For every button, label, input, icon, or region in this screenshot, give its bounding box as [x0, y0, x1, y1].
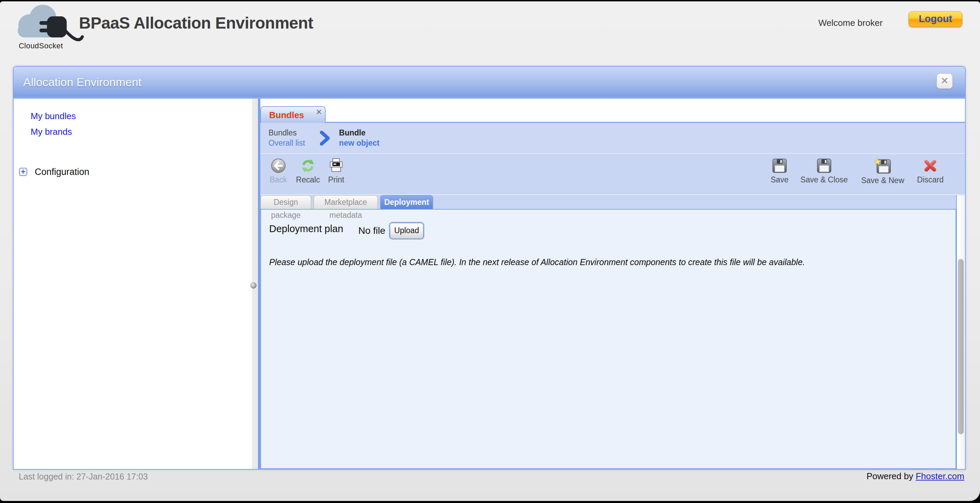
fhoster-link[interactable]: Fhoster.com [916, 471, 964, 481]
save-and-close-label: Save & Close [800, 175, 848, 185]
discard-label: Discard [917, 175, 943, 185]
breadcrumb-link-overall-list[interactable]: Overall list [269, 138, 305, 148]
print-label: Print [328, 175, 344, 185]
main-panel: Bundles ✕ Bundles Overall list [260, 99, 965, 469]
expand-plus-icon[interactable]: + [19, 168, 27, 176]
breadcrumb-item-bundle: Bundle new object [339, 128, 379, 148]
subtab-strip: Design package Marketplace metadata Depl… [260, 194, 965, 209]
allocation-environment-window: Allocation Environment ✕ My bundles My b… [13, 66, 966, 470]
breadcrumb-title: Bundle [339, 128, 379, 137]
back-label: Back [269, 175, 287, 185]
last-login-text: Last logged in: 27-Jan-2016 17:03 [19, 472, 148, 482]
save-icon [772, 158, 788, 174]
sidebar-item-label: Configuration [35, 167, 89, 177]
window-title: Allocation Environment [23, 76, 142, 89]
print-icon [328, 158, 344, 174]
tab-strip: Bundles ✕ [260, 99, 965, 123]
recalc-icon [300, 158, 316, 174]
tab-design-package[interactable]: Design package [260, 195, 311, 209]
discard-button[interactable]: Discard [912, 158, 949, 192]
sidebar-item-configuration[interactable]: +Configuration [19, 167, 89, 177]
tab-bundles-label: Bundles [269, 110, 304, 121]
back-icon [270, 158, 286, 174]
cloudsocket-logo-icon [11, 4, 85, 45]
print-button[interactable]: Print [319, 158, 353, 192]
save-label: Save [771, 175, 788, 185]
breadcrumb: Bundles Overall list Bundle new object [260, 123, 965, 153]
toolbar: Back Recalc [260, 153, 965, 194]
vertical-scrollbar[interactable] [956, 195, 965, 469]
upload-button[interactable]: Upload [390, 223, 424, 239]
powered-by: Powered by Fhoster.com [866, 471, 964, 482]
powered-by-text: Powered by [866, 471, 913, 481]
window-body: My bundles My brands +Configuration Bund… [14, 99, 965, 469]
deployment-tab-panel: Deployment plan No file Upload Please up… [260, 209, 956, 469]
splitter-accent-bar [258, 99, 260, 469]
save-and-new-label: Save & New [861, 176, 904, 185]
recalc-label: Recalc [296, 175, 320, 185]
deployment-plan-label: Deployment plan [269, 223, 343, 234]
discard-icon [923, 158, 938, 174]
logo-caption: CloudSocket [10, 41, 72, 50]
breadcrumb-subtitle-new-object: new object [339, 138, 379, 148]
save-close-icon [816, 158, 832, 174]
save-and-new-button[interactable]: Save & New [854, 158, 911, 192]
window-titlebar: Allocation Environment ✕ [14, 67, 965, 99]
save-and-close-button[interactable]: Save & Close [795, 158, 853, 192]
tab-deployment[interactable]: Deployment [380, 195, 433, 209]
app-background: CloudSocket BPaaS Allocation Environment… [0, 2, 980, 501]
save-new-icon [874, 158, 891, 174]
breadcrumb-title: Bundles [269, 128, 305, 137]
splitter-handle[interactable] [250, 282, 256, 288]
deployment-note: Please upload the deployment file (a CAM… [269, 257, 936, 267]
screen: CloudSocket BPaaS Allocation Environment… [0, 0, 980, 503]
logout-button[interactable]: Logout [908, 11, 962, 27]
tab-close-icon[interactable]: ✕ [316, 108, 322, 117]
sidebar-item-my-bundles[interactable]: My bundles [30, 111, 76, 121]
back-button[interactable]: Back [261, 158, 295, 192]
scrollbar-thumb[interactable] [958, 259, 964, 434]
breadcrumb-item-bundles: Bundles Overall list [269, 128, 305, 148]
tab-marketplace-metadata[interactable]: Marketplace metadata [313, 195, 378, 209]
window-close-button[interactable]: ✕ [937, 73, 953, 89]
sidebar: My bundles My brands +Configuration [14, 99, 252, 469]
welcome-text: Welcome broker [818, 18, 883, 28]
chevron-right-icon [320, 131, 330, 146]
save-button[interactable]: Save [762, 158, 797, 192]
file-status-text: No file [358, 225, 385, 236]
sidebar-item-my-brands[interactable]: My brands [30, 127, 72, 137]
page-title: BPaaS Allocation Environment [79, 14, 313, 32]
tab-bundles[interactable]: Bundles ✕ [260, 106, 326, 123]
